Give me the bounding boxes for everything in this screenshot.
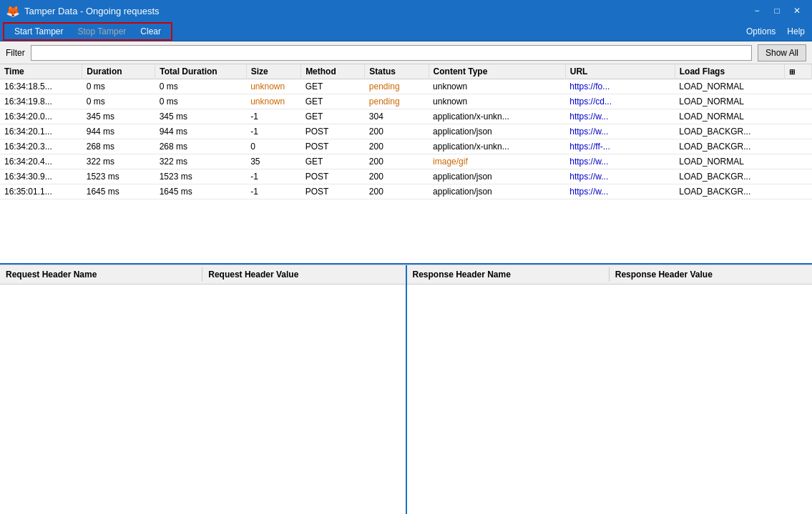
requests-table: Time Duration Total Duration Size Method…	[0, 64, 812, 199]
table-row[interactable]: 16:35:01.1... 1645 ms 1645 ms -1 POST 20…	[0, 184, 812, 199]
cell-time: 16:34:18.5...	[0, 79, 82, 94]
cell-content-type: image/gif	[429, 154, 565, 169]
cell-time: 16:35:01.1...	[0, 184, 82, 199]
table-row[interactable]: 16:34:18.5... 0 ms 0 ms unknown GET pend…	[0, 79, 812, 94]
title-bar-left: 🦊 Tamper Data - Ongoing requests	[6, 4, 160, 18]
bottom-panels: Request Header Name Request Header Value…	[0, 265, 812, 514]
requests-table-area[interactable]: Time Duration Total Duration Size Method…	[0, 64, 812, 265]
maximize-button[interactable]: □	[768, 4, 786, 18]
cell-status: 304	[365, 109, 429, 124]
cell-method: POST	[301, 139, 365, 154]
cell-total-duration: 0 ms	[155, 79, 246, 94]
cell-size: -1	[246, 169, 300, 184]
menu-bar-right: Options Help	[742, 25, 809, 38]
cell-load-flags: LOAD_NORMAL	[675, 154, 784, 169]
start-tamper-menu-item[interactable]: Start Tamper	[10, 25, 67, 38]
minimize-button[interactable]: −	[748, 4, 766, 18]
col-header-icon: ⊞	[784, 64, 811, 79]
firefox-icon: 🦊	[6, 4, 20, 18]
cell-url: https://cd...	[565, 94, 675, 109]
col-header-content-type: Content Type	[429, 64, 565, 79]
table-row[interactable]: 16:34:30.9... 1523 ms 1523 ms -1 POST 20…	[0, 169, 812, 184]
cell-size: -1	[246, 184, 300, 199]
cell-duration: 268 ms	[82, 139, 155, 154]
cell-size: -1	[246, 124, 300, 139]
col-header-duration: Duration	[82, 64, 155, 79]
cell-time: 16:34:20.3...	[0, 139, 82, 154]
cell-load-flags: LOAD_NORMAL	[675, 79, 784, 94]
cell-load-flags: LOAD_BACKGR...	[675, 124, 784, 139]
filter-label: Filter	[6, 48, 25, 58]
cell-total-duration: 0 ms	[155, 94, 246, 109]
help-menu-item[interactable]: Help	[783, 25, 809, 38]
cell-time: 16:34:20.1...	[0, 124, 82, 139]
cell-content-type: application/json	[429, 169, 565, 184]
response-headers-panel-header: Response Header Name Response Header Val…	[407, 265, 813, 285]
table-row[interactable]: 16:34:20.1... 944 ms 944 ms -1 POST 200 …	[0, 124, 812, 139]
request-headers-panel-header: Request Header Name Request Header Value	[0, 265, 406, 285]
cell-extra	[784, 184, 811, 199]
response-header-name-col: Response Header Name	[407, 267, 610, 282]
cell-method: GET	[301, 109, 365, 124]
col-header-total-duration: Total Duration	[155, 64, 246, 79]
menu-bar-left: Start Tamper Stop Tamper Clear	[3, 22, 172, 41]
options-menu-item[interactable]: Options	[742, 25, 780, 38]
cell-content-type: application/json	[429, 184, 565, 199]
cell-size: -1	[246, 109, 300, 124]
request-headers-body	[0, 285, 406, 514]
stop-tamper-menu-item[interactable]: Stop Tamper	[73, 25, 130, 38]
cell-total-duration: 345 ms	[155, 109, 246, 124]
request-headers-panel: Request Header Name Request Header Value	[0, 265, 407, 514]
cell-url: https://w...	[565, 109, 675, 124]
cell-load-flags: LOAD_BACKGR...	[675, 184, 784, 199]
cell-duration: 322 ms	[82, 154, 155, 169]
title-bar: 🦊 Tamper Data - Ongoing requests − □ ✕	[0, 0, 812, 21]
title-bar-controls: − □ ✕	[748, 4, 806, 18]
table-row[interactable]: 16:34:19.8... 0 ms 0 ms unknown GET pend…	[0, 94, 812, 109]
cell-url: https://w...	[565, 169, 675, 184]
cell-content-type: unknown	[429, 79, 565, 94]
cell-total-duration: 322 ms	[155, 154, 246, 169]
cell-url: https://fo...	[565, 79, 675, 94]
cell-status: 200	[365, 124, 429, 139]
table-row[interactable]: 16:34:20.0... 345 ms 345 ms -1 GET 304 a…	[0, 109, 812, 124]
cell-extra	[784, 109, 811, 124]
menu-bar: Start Tamper Stop Tamper Clear Options H…	[0, 21, 812, 41]
cell-load-flags: LOAD_NORMAL	[675, 109, 784, 124]
response-header-value-col: Response Header Value	[610, 267, 718, 282]
close-button[interactable]: ✕	[788, 4, 806, 18]
cell-duration: 944 ms	[82, 124, 155, 139]
cell-time: 16:34:19.8...	[0, 94, 82, 109]
cell-url: https://w...	[565, 154, 675, 169]
cell-size: unknown	[246, 79, 300, 94]
cell-size: unknown	[246, 94, 300, 109]
request-header-value-col: Request Header Value	[202, 267, 304, 282]
main-content: Time Duration Total Duration Size Method…	[0, 64, 812, 514]
resize-icon: ⊞	[789, 68, 795, 76]
cell-status: 200	[365, 139, 429, 154]
clear-menu-item[interactable]: Clear	[136, 25, 165, 38]
cell-size: 35	[246, 154, 300, 169]
cell-time: 16:34:30.9...	[0, 169, 82, 184]
cell-content-type: application/x-unkn...	[429, 109, 565, 124]
cell-url: https://ff-...	[565, 139, 675, 154]
table-row[interactable]: 16:34:20.4... 322 ms 322 ms 35 GET 200 i…	[0, 154, 812, 169]
table-row[interactable]: 16:34:20.3... 268 ms 268 ms 0 POST 200 a…	[0, 139, 812, 154]
cell-duration: 1523 ms	[82, 169, 155, 184]
col-header-method: Method	[301, 64, 365, 79]
cell-extra	[784, 154, 811, 169]
cell-time: 16:34:20.0...	[0, 109, 82, 124]
cell-method: GET	[301, 94, 365, 109]
filter-input[interactable]	[31, 45, 752, 61]
col-header-url: URL	[565, 64, 675, 79]
cell-content-type: application/json	[429, 124, 565, 139]
cell-url: https://w...	[565, 184, 675, 199]
col-header-load-flags: Load Flags	[675, 64, 784, 79]
title-bar-title: Tamper Data - Ongoing requests	[24, 6, 160, 16]
cell-extra	[784, 169, 811, 184]
cell-url: https://w...	[565, 124, 675, 139]
request-header-name-col: Request Header Name	[0, 267, 202, 282]
toolbar: Filter Show All	[0, 41, 812, 64]
cell-load-flags: LOAD_NORMAL	[675, 94, 784, 109]
show-all-button[interactable]: Show All	[758, 44, 806, 61]
